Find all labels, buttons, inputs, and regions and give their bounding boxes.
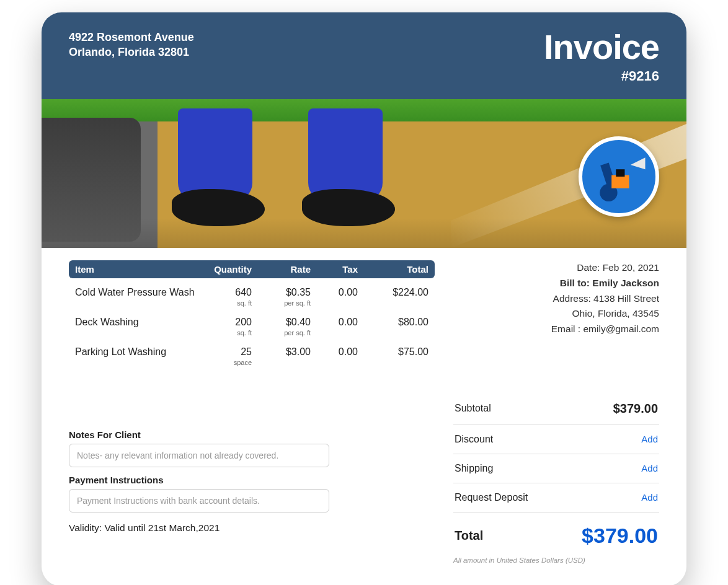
notes-label: Notes For Client (69, 429, 435, 440)
svg-rect-3 (616, 169, 624, 177)
totals-block: Subtotal $379.00 Discount Add Shipping A… (453, 393, 659, 564)
col-header-qty: Quantity (199, 264, 252, 275)
subtotal-label: Subtotal (455, 403, 491, 414)
invoice-date: Date: Feb 20, 2021 (453, 260, 659, 276)
bill-email: Email : emily@gmail.com (453, 322, 659, 337)
invoice-number: #9216 (544, 68, 659, 84)
validity-text: Validity: Valid until 21st March,2021 (69, 522, 435, 534)
line-item-rate: $0.35 per sq. ft (252, 287, 311, 307)
invoice-title: Invoice (544, 30, 659, 64)
hero-image (42, 99, 686, 248)
col-header-item: Item (75, 264, 199, 275)
hero-leg (308, 108, 383, 232)
line-item-total: $224.00 (358, 287, 428, 307)
line-item-row: Parking Lot Washing 25 space $3.00 0.00 … (69, 338, 435, 367)
currency-note: All amount in United States Dollars (USD… (453, 556, 659, 564)
line-item-tax: 0.00 (311, 346, 358, 366)
from-line1: 4922 Rosemont Avenue (69, 30, 194, 45)
subtotal-value: $379.00 (613, 402, 658, 416)
deposit-add-link[interactable]: Add (641, 492, 658, 503)
invoice-card: 4922 Rosemont Avenue Orlando, Florida 32… (42, 12, 686, 585)
subtotal-row: Subtotal $379.00 (453, 393, 659, 425)
discount-row: Discount Add (453, 425, 659, 454)
col-header-tax: Tax (311, 264, 358, 275)
logo-badge (579, 136, 659, 217)
invoice-body: Item Quantity Rate Tax Total Cold Water … (42, 248, 686, 585)
shipping-row: Shipping Add (453, 454, 659, 483)
hero-washer (42, 118, 141, 242)
pressure-washer-icon (582, 140, 655, 213)
notes-block: Notes For Client Payment Instructions Va… (69, 429, 435, 534)
from-line2: Orlando, Florida 32801 (69, 45, 194, 59)
billing-info: Date: Feb 20, 2021 Bill to: Emily Jackso… (453, 260, 659, 337)
line-item-total: $75.00 (358, 346, 428, 366)
shipping-label: Shipping (455, 463, 493, 474)
line-item-name: Cold Water Pressure Wash (75, 287, 199, 307)
line-item-rate: $0.40 per sq. ft (252, 317, 311, 336)
bill-to: Bill to: Emily Jackson (453, 276, 659, 291)
line-item-total: $80.00 (358, 317, 428, 336)
col-header-rate: Rate (252, 264, 311, 275)
svg-rect-2 (611, 175, 629, 188)
from-address: 4922 Rosemont Avenue Orlando, Florida 32… (69, 30, 194, 60)
discount-label: Discount (455, 434, 493, 445)
line-item-qty: 640 sq. ft (199, 287, 252, 307)
total-label: Total (455, 529, 483, 543)
notes-input[interactable] (69, 444, 329, 467)
right-column: Date: Feb 20, 2021 Bill to: Emily Jackso… (453, 260, 659, 564)
bill-address-1: Address: 4138 Hill Street (453, 291, 659, 307)
line-item-row: Deck Washing 200 sq. ft $0.40 per sq. ft… (69, 308, 435, 338)
invoice-header: 4922 Rosemont Avenue Orlando, Florida 32… (42, 12, 686, 99)
line-items-header: Item Quantity Rate Tax Total (69, 260, 435, 278)
line-item-name: Parking Lot Washing (75, 346, 199, 366)
line-item-qty: 200 sq. ft (199, 317, 252, 336)
shipping-add-link[interactable]: Add (641, 463, 658, 473)
left-column: Item Quantity Rate Tax Total Cold Water … (69, 260, 435, 564)
payment-instructions-label: Payment Instructions (69, 475, 435, 485)
total-value: $379.00 (582, 524, 658, 548)
payment-instructions-input[interactable] (69, 489, 329, 512)
line-item-qty: 25 space (199, 346, 252, 366)
line-item-row: Cold Water Pressure Wash 640 sq. ft $0.3… (69, 278, 435, 308)
col-header-total: Total (358, 264, 428, 275)
line-item-tax: 0.00 (311, 287, 358, 307)
deposit-label: Request Deposit (455, 492, 528, 503)
grand-total-row: Total $379.00 (453, 512, 659, 553)
bill-address-2: Ohio, Florida, 43545 (453, 306, 659, 322)
line-item-name: Deck Washing (75, 317, 199, 336)
line-item-rate: $3.00 (252, 346, 311, 366)
line-item-tax: 0.00 (311, 317, 358, 336)
header-right: Invoice #9216 (544, 30, 659, 84)
discount-add-link[interactable]: Add (641, 434, 658, 444)
deposit-row: Request Deposit Add (453, 483, 659, 512)
hero-leg (178, 108, 252, 232)
